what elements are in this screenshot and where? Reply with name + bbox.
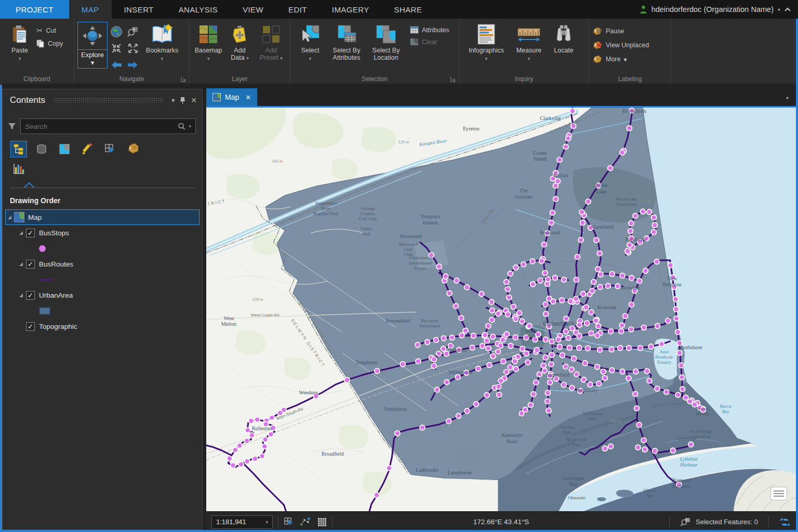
full-extent-button[interactable]	[109, 24, 124, 39]
ribbon-tab-view[interactable]: VIEW	[230, 0, 276, 19]
panel-drag-area[interactable]	[54, 98, 163, 103]
bus-stop	[560, 298, 565, 303]
bus-stop	[642, 447, 647, 452]
ribbon-tab-analysis[interactable]: ANALYSIS	[166, 0, 230, 19]
ribbon-tab-map[interactable]: MAP	[69, 0, 112, 19]
fixed-zoom-out-icon[interactable]	[125, 41, 141, 56]
list-by-snapping-button[interactable]	[102, 141, 118, 157]
ribbon-tab-imagery[interactable]: IMAGERY	[320, 0, 382, 19]
page-layout-icon[interactable]	[771, 487, 787, 500]
layer-item-busroutes[interactable]: ✓BusRoutes	[6, 257, 199, 271]
map-viewport[interactable]: Eyreton126 m160 m109 m105 m102 m502 mKai…	[206, 108, 796, 511]
basemap-button[interactable]: Basemap ▾	[193, 21, 224, 62]
layer-checkbox[interactable]: ✓	[26, 229, 35, 237]
measured-edit-icon[interactable]	[300, 517, 311, 527]
bus-stop	[525, 360, 530, 365]
bus-stop	[255, 417, 260, 422]
legend-urbanarea[interactable]	[6, 303, 199, 318]
bus-stop	[581, 377, 586, 382]
ribbon-tab-edit[interactable]: EDIT	[276, 0, 320, 19]
bus-stop	[245, 428, 250, 433]
bus-stop	[651, 230, 657, 235]
search-caret-icon[interactable]: ▾	[189, 124, 191, 129]
map-tab-label: Map	[225, 93, 239, 101]
labeling-more-button[interactable]: More ▾	[592, 55, 649, 63]
snapping-toggle-icon[interactable]	[284, 517, 294, 527]
expand-triangle-icon[interactable]	[19, 231, 23, 235]
ribbon-tab-project[interactable]: PROJECT	[0, 0, 69, 19]
contents-header: Contents ▾ ✕	[3, 89, 202, 111]
map-tab-close-icon[interactable]: ✕	[245, 94, 251, 101]
legend-busstops[interactable]	[6, 241, 199, 256]
legend-busroutes[interactable]	[6, 272, 199, 287]
copy-button[interactable]: Copy	[36, 39, 63, 48]
map-label: West-Coast-Rd	[251, 313, 280, 317]
map-canvas[interactable]: Eyreton126 m160 m109 m105 m102 m502 mKai…	[206, 108, 796, 511]
layer-item-topographic[interactable]: ✓Topographic	[6, 319, 199, 334]
layer-item-busstops[interactable]: ✓BusStops	[6, 225, 199, 240]
bus-stop	[476, 366, 481, 371]
list-charts-button[interactable]	[11, 161, 26, 177]
labeling-pause-button[interactable]: Pause	[592, 27, 649, 35]
infographics-button[interactable]: Infographics ▾	[462, 21, 510, 62]
view-unplaced-button[interactable]: View Unplaced	[592, 41, 649, 49]
bus-stop	[543, 337, 548, 342]
explore-button[interactable]: Explore▾	[77, 22, 108, 69]
expand-triangle-icon[interactable]	[8, 216, 11, 219]
bus-stop	[431, 357, 436, 362]
refresh-icon[interactable]	[779, 517, 791, 527]
layer-item-map[interactable]: Map	[6, 210, 199, 224]
expand-triangle-icon[interactable]	[19, 262, 23, 266]
attributes-button[interactable]: Attributes	[410, 26, 449, 34]
list-by-data-source-button[interactable]	[34, 141, 49, 157]
next-extent-button[interactable]	[125, 57, 141, 73]
zoom-selection-button[interactable]	[125, 24, 141, 39]
layer-item-urbanarea[interactable]: ✓UrbanArea	[6, 288, 199, 302]
bus-stop	[687, 399, 693, 404]
panel-close-icon[interactable]: ✕	[191, 96, 197, 104]
collapse-ribbon-icon[interactable]	[784, 7, 791, 11]
layer-label: Map	[28, 214, 42, 221]
panel-pin-icon[interactable]	[180, 97, 185, 104]
list-by-editing-button[interactable]	[79, 141, 95, 157]
cut-button[interactable]: ✂ Cut	[36, 26, 63, 35]
bookmarks-button[interactable]: Bookmarks ▾	[142, 21, 182, 62]
layer-checkbox[interactable]: ✓	[26, 260, 35, 269]
scale-dropdown[interactable]: 1:181,941 ▾	[211, 515, 273, 529]
bus-stop	[489, 299, 494, 304]
account-menu[interactable]: hdeindorferdoc (Organization Name) ▾	[640, 0, 798, 19]
select-by-location-button[interactable]: Select ByLocation	[366, 21, 406, 61]
bus-stop	[395, 431, 400, 436]
add-preset-button[interactable]: AddPreset ▾	[256, 21, 287, 62]
list-by-selection-button[interactable]	[57, 141, 72, 157]
list-by-labeling-button[interactable]	[125, 141, 141, 157]
paste-button[interactable]: Paste ▾	[3, 21, 36, 62]
tab-list-caret-icon[interactable]: ▾	[786, 95, 789, 101]
bus-stop	[666, 318, 671, 323]
panel-menu-caret[interactable]: ▾	[171, 97, 175, 104]
filter-icon[interactable]	[8, 123, 16, 130]
measure-button[interactable]: Measure ▾	[510, 21, 548, 62]
search-icon[interactable]	[178, 123, 185, 130]
navigate-launcher-button[interactable]	[181, 76, 187, 82]
map-document-tab[interactable]: Map ✕	[206, 88, 257, 106]
selection-launcher-button[interactable]	[450, 76, 456, 82]
open-table-icon[interactable]	[317, 517, 327, 527]
fixed-zoom-in-icon[interactable]	[109, 41, 124, 56]
search-input[interactable]	[25, 123, 178, 130]
clear-selection-button[interactable]: Clear	[410, 38, 449, 46]
bus-stop	[680, 387, 685, 392]
ribbon-tab-share[interactable]: SHARE	[382, 0, 435, 19]
select-by-attributes-button[interactable]: Select ByAttributes	[327, 21, 366, 61]
layer-checkbox[interactable]: ✓	[26, 322, 35, 331]
select-button[interactable]: Select ▾	[294, 21, 327, 62]
ribbon-tab-insert[interactable]: INSERT	[112, 0, 166, 19]
layer-checkbox[interactable]: ✓	[26, 291, 35, 300]
add-data-button[interactable]: AddData ▾	[224, 21, 255, 62]
expand-triangle-icon[interactable]	[19, 294, 23, 297]
locate-button[interactable]: Locate	[548, 21, 580, 54]
bus-stop	[446, 419, 451, 424]
list-by-drawing-order-button[interactable]	[11, 141, 26, 157]
bus-stop	[609, 368, 615, 373]
previous-extent-button[interactable]	[109, 57, 124, 73]
